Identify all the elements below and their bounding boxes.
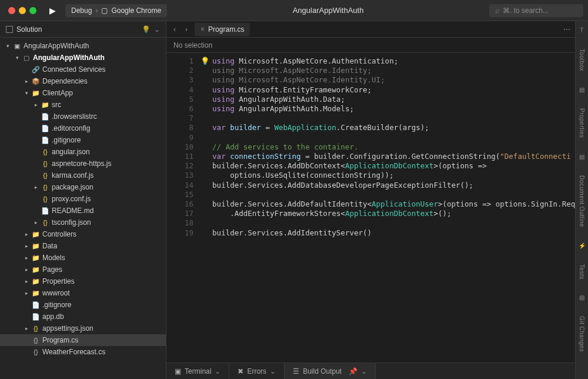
tab-program-cs[interactable]: × Program.cs <box>195 23 250 36</box>
rail-properties[interactable]: Properties <box>579 108 585 138</box>
tree-item[interactable]: ▾📁ClientApp <box>0 87 166 99</box>
terminal-icon: ▣ <box>175 367 181 375</box>
build-output-tab[interactable]: ☰ Build Output 📌 ⌄ <box>285 363 376 379</box>
tree-item[interactable]: ▾▢AngularAppWithAuth <box>0 52 166 64</box>
code-editor[interactable]: 12345678910111213141516171819 💡 using Mi… <box>166 53 575 363</box>
pin-icon[interactable]: 📌 <box>349 367 358 375</box>
editor-area: ‹ › × Program.cs ⋯ No selection 12345678… <box>166 21 575 379</box>
breadcrumb[interactable]: No selection <box>166 38 575 53</box>
chevron-down-icon: ⌄ <box>361 367 367 375</box>
tree-item[interactable]: {}proxy.conf.js <box>0 193 166 205</box>
tree-item[interactable]: ▸📁Controllers <box>0 228 166 240</box>
toolbox-icon[interactable]: T <box>580 27 584 34</box>
chevron-down-icon: ⌄ <box>270 367 276 375</box>
rail-toolbox[interactable]: Toolbox <box>579 49 585 71</box>
hint-column: 💡 <box>201 53 212 363</box>
line-gutter: 12345678910111213141516171819 <box>166 53 201 363</box>
tree-item[interactable]: {}WeatherForecast.cs <box>0 346 166 358</box>
tree-item[interactable]: {}aspnetcore-https.js <box>0 158 166 169</box>
close-icon[interactable] <box>8 7 15 14</box>
errors-tab[interactable]: ✖ Errors ⌄ <box>229 363 285 379</box>
search-icon: ⌕ <box>495 6 499 15</box>
chevron-right-icon: › <box>95 6 98 15</box>
config-label: Debug <box>71 6 92 15</box>
window-controls <box>5 7 40 14</box>
browser-icon: ▢ <box>101 6 108 15</box>
solution-icon <box>6 26 13 33</box>
run-config[interactable]: Debug › ▢ Google Chrome <box>65 4 167 17</box>
close-tab-icon[interactable]: × <box>201 25 205 34</box>
sidebar-header: Solution 💡 ⌄ <box>0 21 166 38</box>
search-input[interactable]: ⌕ ⌘. to search... <box>489 4 583 17</box>
tree-item[interactable]: ▸📁Properties <box>0 275 166 287</box>
solution-tree[interactable]: ▾▣AngularAppWithAuth▾▢AngularAppWithAuth… <box>0 38 166 379</box>
rail-tests[interactable]: Tests <box>579 264 585 280</box>
search-placeholder: ⌘. to search... <box>503 6 549 15</box>
tree-item[interactable]: ▸📁Models <box>0 252 166 264</box>
solution-sidebar: Solution 💡 ⌄ ▾▣AngularAppWithAuth▾▢Angul… <box>0 21 166 379</box>
tests-icon[interactable]: ⚡ <box>579 242 586 249</box>
tree-item[interactable]: 🔗Connected Services <box>0 64 166 75</box>
chevron-down-icon: ⌄ <box>215 367 220 375</box>
tree-item[interactable]: 📄README.md <box>0 205 166 217</box>
editor-tabbar: ‹ › × Program.cs ⋯ <box>166 21 575 38</box>
tree-item[interactable]: ▾▣AngularAppWithAuth <box>0 40 166 52</box>
tree-item[interactable]: 📄.browserslistrc <box>0 111 166 122</box>
run-button[interactable]: ▶ <box>45 6 61 15</box>
tree-item[interactable]: {}karma.conf.js <box>0 169 166 181</box>
tree-item[interactable]: ▸{}package.json <box>0 181 166 193</box>
properties-icon[interactable]: ▤ <box>579 87 584 93</box>
outline-icon[interactable]: ▤ <box>579 154 584 160</box>
sidebar-title: Solution <box>16 25 138 34</box>
rail-git[interactable]: Git Changes <box>579 316 585 352</box>
git-icon[interactable]: ▤ <box>579 294 584 301</box>
tree-item[interactable]: ▸{}appsettings.json <box>0 323 166 334</box>
bottom-panel-tabs: ▣ Terminal ⌄ ✖ Errors ⌄ ☰ Build Output 📌… <box>166 363 575 379</box>
tree-item[interactable]: ▸📁src <box>0 99 166 111</box>
tree-item[interactable]: ▸📦Dependencies <box>0 75 166 87</box>
tree-item[interactable]: ▸📁Pages <box>0 264 166 275</box>
error-icon: ✖ <box>238 367 243 375</box>
tree-item[interactable]: ▸📁Data <box>0 240 166 252</box>
tree-item[interactable]: ▸{}tsconfig.json <box>0 217 166 228</box>
lightbulb-icon[interactable]: 💡 <box>142 25 151 34</box>
code-content[interactable]: using Microsoft.AspNetCore.Authenticatio… <box>212 53 575 363</box>
ellipsis-icon[interactable]: ⋯ <box>563 25 570 34</box>
dropdown-icon[interactable]: ⌄ <box>154 25 160 34</box>
tree-item[interactable]: 📄.editorconfig <box>0 122 166 134</box>
maximize-icon[interactable] <box>29 7 36 14</box>
terminal-tab[interactable]: ▣ Terminal ⌄ <box>166 363 229 379</box>
tree-item[interactable]: {}Program.cs <box>0 334 166 346</box>
target-label: Google Chrome <box>111 6 161 15</box>
rail-outline[interactable]: Document Outline <box>579 175 585 227</box>
window-title: AngularAppWithAuth <box>172 6 485 15</box>
build-icon: ☰ <box>293 367 299 375</box>
tree-item[interactable]: 📄.gitignore <box>0 299 166 311</box>
tab-label: Program.cs <box>208 25 244 34</box>
minimize-icon[interactable] <box>19 7 26 14</box>
tree-item[interactable]: {}angular.json <box>0 146 166 158</box>
nav-back-button[interactable]: ‹ <box>171 25 178 34</box>
tree-item[interactable]: 📄.gitignore <box>0 134 166 146</box>
nav-forward-button[interactable]: › <box>183 25 190 34</box>
tree-item[interactable]: ▸📁wwwroot <box>0 287 166 299</box>
right-rail: T Toolbox ▤ Properties ▤ Document Outlin… <box>575 21 588 379</box>
tree-item[interactable]: 📄app.db <box>0 311 166 323</box>
toolbar: ▶ Debug › ▢ Google Chrome AngularAppWith… <box>0 0 588 21</box>
